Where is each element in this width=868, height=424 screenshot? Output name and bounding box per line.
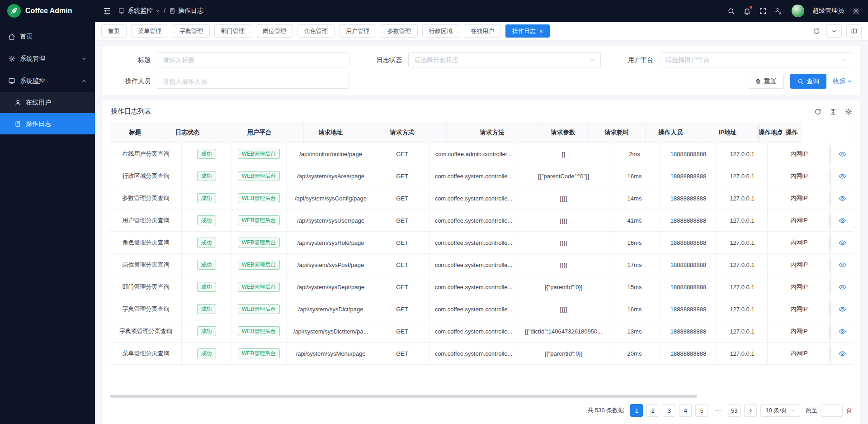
cell-request-params: [{}] (518, 187, 609, 210)
cell-location: 内网IP (768, 343, 831, 365)
app-logo[interactable]: Coffee Admin (0, 0, 95, 22)
view-detail-eye-icon[interactable] (839, 217, 846, 224)
tab[interactable]: 操作日志 × (505, 24, 550, 38)
view-detail-eye-icon[interactable] (839, 261, 846, 269)
cell-location: 内网IP (768, 187, 831, 210)
menu-fold-icon[interactable] (103, 7, 111, 15)
cell-request-handler: com.coffee.system.controlle... (429, 254, 518, 276)
cell-request-params: [{}] (518, 254, 609, 276)
page-button[interactable]: 1 (630, 404, 643, 417)
query-button[interactable]: 查询 (790, 74, 826, 89)
refresh-icon[interactable] (811, 28, 822, 35)
chevron-up-icon (847, 79, 852, 84)
cell-operator: 18888888888 (660, 187, 717, 210)
breadcrumb-operation-log[interactable]: 操作日志 (169, 7, 203, 15)
column-settings-gear-icon[interactable] (845, 108, 852, 115)
tab[interactable]: 行政区域 (422, 24, 459, 38)
cell-title: 行政区域分页查询 (110, 165, 182, 187)
close-icon[interactable]: × (539, 28, 543, 34)
view-detail-eye-icon[interactable] (839, 172, 846, 180)
tab[interactable]: 部门管理 (214, 24, 251, 38)
page-button[interactable]: 4 (679, 404, 692, 417)
platform-badge: WEB管理后台 (238, 326, 280, 336)
cell-request-url: /api/system/sysPost/page (287, 254, 375, 276)
tab[interactable]: 角色管理 (297, 24, 335, 38)
tab[interactable]: 在线用户 (464, 24, 501, 38)
table-header-row: 标题 日志状态 用户平台 请求地址 请求方式 请求方法 请求参数 (110, 122, 853, 143)
tab[interactable]: 首页 (101, 24, 127, 38)
table-row: 字典项管理分页查询 成功 WEB管理后台 /api/system/sysDict… (110, 320, 853, 343)
sidebar-item-home[interactable]: 首页 (0, 25, 95, 48)
fullscreen-icon[interactable] (759, 7, 767, 15)
user-platform-select[interactable]: 请选择用户平台 (660, 52, 852, 67)
cell-request-params: [{}] (518, 210, 609, 232)
title-input[interactable] (157, 52, 349, 67)
cell-actions (831, 298, 854, 320)
chevron-down-icon (791, 408, 795, 413)
home-icon (8, 33, 15, 40)
user-name[interactable]: 超级管理员 (812, 7, 844, 15)
page-size-select[interactable]: 10 条/页 (760, 404, 800, 417)
page-button[interactable]: 53 (728, 404, 741, 417)
cell-user-platform: WEB管理后台 (231, 210, 287, 232)
breadcrumb-label: 操作日志 (178, 7, 203, 15)
notification-bell-icon[interactable] (743, 7, 751, 15)
page-number: 53 (731, 407, 737, 414)
cell-location: 内网IP (768, 210, 831, 232)
cell-request-url: /api/system/sysConfig/page (287, 187, 375, 210)
trash-icon (755, 78, 761, 85)
settings-gear-icon[interactable] (852, 7, 860, 15)
view-detail-eye-icon[interactable] (839, 350, 846, 357)
jump-page-input[interactable] (821, 404, 843, 417)
next-page-button[interactable] (744, 404, 757, 417)
cell-request-url: /api/system/sysArea/page (287, 165, 375, 187)
breadcrumb-system-monitor[interactable]: 系统监控 (118, 7, 160, 15)
refresh-icon[interactable] (814, 108, 821, 115)
page-button[interactable]: ⋯ (712, 404, 724, 417)
cell-request-url: /api/system/sysDept/page (287, 276, 375, 298)
platform-badge: WEB管理后台 (238, 348, 280, 358)
cell-duration: 14ms (609, 187, 660, 210)
view-detail-eye-icon[interactable] (839, 239, 846, 247)
filter-actions: 重置 查询 收起 (362, 74, 852, 89)
tab[interactable]: 字典管理 (173, 24, 210, 38)
tab-label: 字典管理 (179, 27, 203, 35)
cell-location: 内网IP (768, 232, 831, 254)
cell-request-params: [{"parentId":0}] (518, 276, 609, 298)
translate-icon[interactable]: 文A (775, 7, 783, 15)
status-badge: 成功 (197, 193, 216, 203)
cell-ip: 127.0.0.1 (717, 254, 768, 276)
page-button[interactable]: 3 (663, 404, 675, 417)
sidebar-item-system-mgmt[interactable]: 系统管理 (0, 48, 95, 70)
tab[interactable]: 用户管理 (339, 24, 376, 38)
tab[interactable]: 岗位管理 (256, 24, 293, 38)
user-avatar[interactable] (792, 5, 804, 17)
sidebar-item-system-monitor[interactable]: 系统监控 (0, 70, 95, 92)
view-detail-eye-icon[interactable] (839, 328, 846, 335)
tab-options-chevron-icon[interactable] (826, 24, 842, 38)
density-icon[interactable] (830, 108, 837, 115)
page-button[interactable]: 5 (695, 404, 708, 417)
page-button[interactable]: 2 (646, 404, 659, 417)
operator-input[interactable] (157, 74, 349, 89)
tab[interactable]: 参数管理 (381, 24, 418, 38)
view-detail-eye-icon[interactable] (839, 283, 846, 291)
tab[interactable]: 菜单管理 (131, 24, 168, 38)
scrollbar-thumb[interactable] (110, 395, 697, 398)
log-status-select[interactable]: 请选择日志状态 (408, 52, 601, 67)
view-detail-eye-icon[interactable] (839, 150, 846, 158)
cell-duration: 20ms (609, 343, 660, 365)
search-icon[interactable] (727, 7, 735, 15)
breadcrumb-separator: / (164, 7, 165, 14)
content-fullscreen-icon[interactable] (846, 24, 862, 38)
cell-actions (831, 187, 854, 210)
sidebar-item-online-users[interactable]: 在线用户 (0, 92, 95, 113)
operation-log-card: 操作日志列表 (103, 100, 860, 424)
sidebar-item-operation-log[interactable]: 操作日志 (0, 113, 95, 134)
view-detail-eye-icon[interactable] (839, 195, 846, 202)
collapse-filter-link[interactable]: 收起 (833, 77, 852, 86)
reset-button[interactable]: 重置 (748, 74, 784, 89)
cell-title: 岗位管理分页查询 (110, 254, 182, 276)
cell-operator: 18888888888 (660, 232, 717, 254)
view-detail-eye-icon[interactable] (839, 305, 846, 313)
